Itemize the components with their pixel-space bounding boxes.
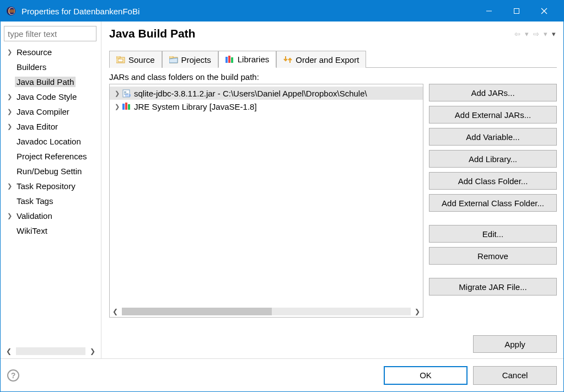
button-label: Add Variable...	[466, 132, 519, 142]
ok-button[interactable]: OK	[384, 366, 468, 385]
svg-rect-17	[231, 57, 233, 63]
order-export-icon	[283, 56, 292, 63]
maximize-button[interactable]	[503, 1, 530, 22]
sidebar-item-label: WikiText	[15, 225, 49, 236]
library-scrollbar[interactable]: ❮ ❯	[110, 307, 423, 317]
scroll-left-icon[interactable]: ❮	[111, 308, 120, 315]
button-label: Add External Class Folder...	[442, 198, 544, 208]
svg-rect-15	[225, 57, 228, 63]
sidebar-item-label: Resource	[15, 47, 53, 57]
sidebar-item-java-compiler[interactable]: ❯Java Compiler	[4, 104, 98, 119]
minimize-button[interactable]	[475, 1, 503, 22]
button-label: Remove	[477, 251, 508, 261]
filter-input[interactable]	[4, 26, 96, 41]
main-area: ❯Resource Builders Java Build Path ❯Java…	[1, 22, 563, 358]
sidebar-item-label: Task Tags	[15, 196, 55, 206]
button-label: Apply	[504, 340, 525, 349]
tab-order-export[interactable]: Order and Export	[276, 51, 366, 68]
migrate-button[interactable]: Migrate JAR File...	[429, 278, 557, 296]
close-button[interactable]	[530, 1, 558, 22]
projects-icon	[169, 56, 178, 63]
sidebar-scrollbar[interactable]: ❮ ❯	[4, 346, 98, 356]
button-label: Cancel	[502, 370, 528, 380]
add-external-jars-button[interactable]: Add External JARs...	[429, 106, 557, 123]
forward-icon[interactable]: ⇨	[532, 30, 540, 38]
add-library-button[interactable]: Add Library...	[429, 150, 557, 168]
library-row[interactable]: ❯ 010 sqlite-jdbc-3.8.11.2.jar - C:\User…	[110, 87, 423, 100]
section-description: JARs and class folders on the build path…	[109, 72, 557, 82]
sidebar-tree[interactable]: ❯Resource Builders Java Build Path ❯Java…	[4, 45, 98, 344]
tab-source[interactable]: Source	[109, 51, 162, 68]
sidebar-item-builders[interactable]: Builders	[4, 60, 98, 74]
source-icon	[116, 56, 125, 63]
svg-rect-19	[124, 92, 126, 93]
tab-label: Source	[128, 55, 155, 65]
button-label: OK	[420, 370, 432, 380]
sidebar-item-project-references[interactable]: Project References	[4, 149, 98, 164]
sidebar-item-validation[interactable]: ❯Validation	[4, 208, 98, 223]
sidebar-item-javadoc-location[interactable]: Javadoc Location	[4, 134, 98, 149]
sidebar-item-label: Java Code Style	[15, 92, 78, 102]
footer: ? OK Cancel	[1, 358, 563, 391]
scroll-right-icon[interactable]: ❯	[88, 347, 98, 355]
library-icon	[122, 102, 132, 111]
content: ❯Resource Builders Java Build Path ❯Java…	[1, 22, 563, 391]
sidebar-item-java-editor[interactable]: ❯Java Editor	[4, 119, 98, 134]
sidebar-item-label: Javadoc Location	[15, 136, 83, 147]
svg-rect-25	[128, 104, 130, 110]
svg-rect-11	[116, 56, 120, 58]
right-pane: Java Build Path ⇦ ▾ ⇨ ▾ ▾ Source	[101, 22, 563, 358]
view-menu-icon[interactable]: ▾	[551, 30, 557, 38]
forward-menu-icon[interactable]: ▾	[542, 30, 549, 38]
tab-libraries[interactable]: Libraries	[218, 51, 277, 68]
button-label: Migrate JAR File...	[459, 282, 527, 292]
svg-rect-16	[228, 56, 230, 63]
button-label: Add Library...	[469, 154, 517, 164]
remove-button[interactable]: Remove	[429, 247, 557, 265]
tab-label: Libraries	[238, 55, 270, 64]
sidebar-item-label: Project References	[15, 151, 89, 162]
sidebar-item-java-code-style[interactable]: ❯Java Code Style	[4, 89, 98, 104]
svg-rect-5	[8, 12, 15, 13]
tab-projects[interactable]: Projects	[162, 51, 218, 68]
scroll-track[interactable]	[122, 308, 411, 315]
button-label: Edit...	[482, 229, 503, 239]
svg-text:010: 010	[125, 94, 131, 97]
add-variable-button[interactable]: Add Variable...	[429, 128, 557, 146]
scroll-thumb[interactable]	[122, 308, 272, 315]
add-jars-button[interactable]: Add JARs...	[429, 84, 557, 101]
scroll-left-icon[interactable]: ❮	[4, 347, 14, 355]
library-label: sqlite-jdbc-3.8.11.2.jar - C:\Users\Dani…	[134, 89, 367, 98]
sidebar-item-label: Run/Debug Settin	[15, 166, 83, 176]
button-label: Add Class Folder...	[458, 176, 528, 186]
library-row[interactable]: ❯ JRE System Library [JavaSE-1.8]	[110, 100, 423, 113]
tab-label: Projects	[181, 55, 211, 65]
help-button[interactable]: ?	[7, 369, 19, 382]
sidebar-item-task-tags[interactable]: Task Tags	[4, 194, 98, 208]
add-class-folder-button[interactable]: Add Class Folder...	[429, 172, 557, 190]
sidebar-item-run-debug[interactable]: Run/Debug Settin	[4, 164, 98, 179]
button-label: Add External JARs...	[455, 110, 531, 120]
expand-icon[interactable]: ❯	[112, 90, 122, 97]
scroll-right-icon[interactable]: ❯	[413, 308, 422, 315]
svg-rect-4	[8, 11, 15, 12]
scroll-track[interactable]	[16, 347, 85, 355]
expand-icon[interactable]: ❯	[112, 103, 122, 110]
edit-button[interactable]: Edit...	[429, 225, 557, 243]
sidebar-item-task-repository[interactable]: ❯Task Repository	[4, 179, 98, 194]
libraries-icon	[225, 56, 234, 63]
titlebar[interactable]: Properties for DatenbankenFoBi	[1, 1, 563, 22]
tabs: Source Projects Libraries Order and Expo…	[109, 50, 557, 68]
back-menu-icon[interactable]: ▾	[524, 30, 530, 38]
sidebar-item-label: Java Compiler	[15, 106, 71, 117]
svg-rect-14	[169, 56, 173, 58]
library-tree[interactable]: ❯ 010 sqlite-jdbc-3.8.11.2.jar - C:\User…	[109, 84, 423, 318]
sidebar-item-wikitext[interactable]: WikiText	[4, 223, 98, 238]
button-column: Add JARs... Add External JARs... Add Var…	[429, 84, 557, 318]
apply-button[interactable]: Apply	[473, 335, 557, 353]
add-external-class-folder-button[interactable]: Add External Class Folder...	[429, 194, 557, 212]
sidebar-item-java-build-path[interactable]: Java Build Path	[4, 74, 98, 89]
back-icon[interactable]: ⇦	[513, 30, 522, 38]
cancel-button[interactable]: Cancel	[473, 366, 557, 385]
sidebar-item-resource[interactable]: ❯Resource	[4, 45, 98, 60]
